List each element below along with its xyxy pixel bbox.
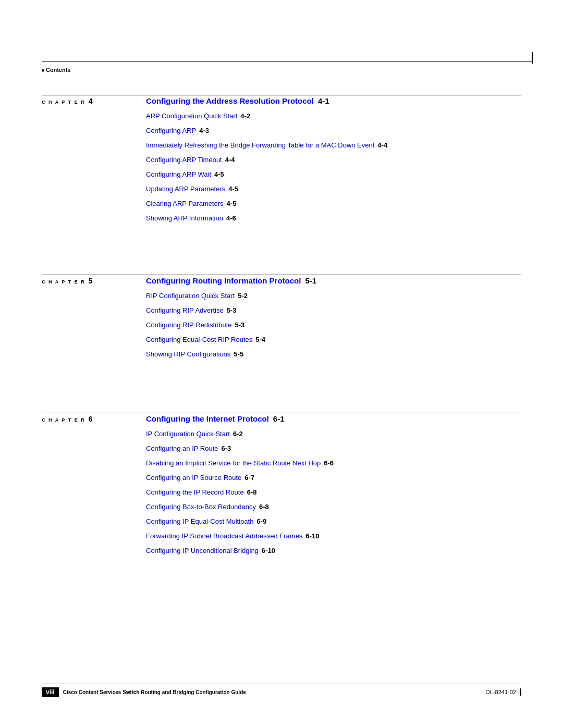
- toc-link-6-1[interactable]: Configuring an IP Route: [146, 445, 218, 452]
- toc-entry-6-0: IP Configuration Quick Start6-2: [42, 430, 521, 438]
- toc-page-4-2: 4-4: [377, 141, 387, 149]
- top-rule: [42, 61, 532, 62]
- toc-entry-6-5: Configuring Box-to-Box Redundancy6-8: [42, 503, 521, 511]
- toc-link-6-7[interactable]: Forwarding IP Subnet Broadcast Addressed…: [146, 532, 302, 540]
- chapter-header-4: C H A P T E R 4Configuring the Address R…: [42, 96, 521, 105]
- chapter-num: 5: [89, 277, 94, 285]
- toc-page-6-4: 6-8: [247, 488, 257, 496]
- chapter-title-page-6: 6-1: [273, 414, 285, 423]
- footer: viii Cisco Content Services Switch Routi…: [42, 684, 521, 697]
- toc-link-4-1[interactable]: Configuring ARP: [146, 127, 196, 134]
- footer-rule: [42, 684, 521, 684]
- footer-right: OL-8241-02: [485, 688, 521, 696]
- toc-link-6-3[interactable]: Configuring an IP Source Route: [146, 474, 241, 482]
- footer-left: viii Cisco Content Services Switch Routi…: [42, 687, 246, 697]
- chapter-title-6[interactable]: Configuring the Internet Protocol: [146, 414, 269, 423]
- toc-entry-4-5: Updating ARP Parameters4-5: [42, 185, 521, 193]
- chapter-title-page-5: 5-1: [305, 276, 316, 285]
- contents-label: Contents: [42, 67, 71, 73]
- toc-link-5-0[interactable]: RIP Configuration Quick Start: [146, 292, 235, 300]
- toc-page-4-4: 4-5: [214, 170, 224, 178]
- toc-link-6-5[interactable]: Configuring Box-to-Box Redundancy: [146, 503, 256, 511]
- toc-link-6-4[interactable]: Configuring the IP Record Route: [146, 488, 244, 496]
- toc-link-4-2[interactable]: Immediately Refreshing the Bridge Forwar…: [146, 141, 374, 149]
- footer-doc-number: OL-8241-02: [485, 689, 516, 695]
- toc-page-4-5: 4-5: [228, 185, 238, 193]
- toc-entry-4-2: Immediately Refreshing the Bridge Forwar…: [42, 141, 521, 149]
- toc-entry-5-4: Showing RIP Configurations5-5: [42, 350, 521, 358]
- chapter-word: C H A P T E R: [42, 417, 85, 423]
- toc-page-6-3: 6-7: [244, 474, 254, 482]
- toc-page-5-3: 5-4: [255, 336, 265, 343]
- chapter-label-6: C H A P T E R 6: [42, 415, 146, 423]
- toc-link-4-0[interactable]: ARP Configuration Quick Start: [146, 112, 237, 120]
- chapter-num: 4: [89, 97, 94, 105]
- top-right-bar: [532, 52, 533, 64]
- toc-page-6-2: 6-6: [324, 459, 334, 467]
- footer-content: viii Cisco Content Services Switch Routi…: [42, 687, 521, 697]
- toc-page-6-1: 6-3: [222, 445, 231, 452]
- toc-entry-6-4: Configuring the IP Record Route6-8: [42, 488, 521, 496]
- chapter-title-4[interactable]: Configuring the Address Resolution Proto…: [146, 96, 314, 105]
- toc-entry-5-2: Configuring RIP Redistribute5-3: [42, 321, 521, 329]
- chapter-rule-6: [42, 413, 521, 413]
- toc-link-4-3[interactable]: Configuring ARP Timeout: [146, 156, 222, 164]
- chapter-rule-5: [42, 275, 521, 275]
- toc-entry-6-8: Configuring IP Unconditional Bridging6-1…: [42, 547, 521, 554]
- toc-entry-4-6: Clearing ARP Parameters4-5: [42, 200, 521, 207]
- toc-link-5-3[interactable]: Configuring Equal-Cost RIP Routes: [146, 336, 252, 343]
- toc-page-4-6: 4-5: [227, 200, 237, 207]
- toc-link-5-4[interactable]: Showing RIP Configurations: [146, 350, 230, 358]
- toc-link-4-6[interactable]: Clearing ARP Parameters: [146, 200, 224, 207]
- chapter-title-5[interactable]: Configuring Routing Information Protocol: [146, 276, 301, 285]
- toc-link-4-7[interactable]: Showing ARP Information: [146, 214, 223, 222]
- toc-link-6-0[interactable]: IP Configuration Quick Start: [146, 430, 230, 438]
- chapter-header-5: C H A P T E R 5Configuring Routing Infor…: [42, 276, 521, 285]
- footer-page-number: viii: [42, 687, 59, 697]
- toc-link-4-4[interactable]: Configuring ARP Wait: [146, 170, 211, 178]
- toc-page-5-2: 5-3: [235, 321, 245, 329]
- toc-page-4-7: 4-6: [226, 214, 236, 222]
- toc-page-4-3: 4-4: [225, 156, 235, 164]
- toc-page-6-5: 6-8: [259, 503, 269, 511]
- toc-page-5-1: 5-3: [227, 306, 237, 314]
- chapter-label-5: C H A P T E R 5: [42, 277, 146, 285]
- chapter-num: 6: [89, 415, 94, 423]
- toc-page-6-6: 6-9: [256, 517, 266, 525]
- chapter-rule-4: [42, 95, 521, 95]
- toc-link-6-8[interactable]: Configuring IP Unconditional Bridging: [146, 547, 259, 554]
- footer-title: Cisco Content Services Switch Routing an…: [63, 689, 246, 695]
- toc-link-5-1[interactable]: Configuring RIP Advertise: [146, 306, 224, 314]
- chapter-word: C H A P T E R: [42, 100, 85, 105]
- toc-page-4-0: 4-2: [240, 112, 250, 120]
- toc-page-5-0: 5-2: [238, 292, 248, 300]
- toc-entry-5-1: Configuring RIP Advertise5-3: [42, 306, 521, 314]
- toc-entry-6-6: Configuring IP Equal-Cost Multipath6-9: [42, 517, 521, 525]
- toc-entry-6-3: Configuring an IP Source Route6-7: [42, 474, 521, 482]
- toc-entry-4-4: Configuring ARP Wait4-5: [42, 170, 521, 178]
- toc-page-6-0: 6-2: [233, 430, 243, 438]
- chapter-header-6: C H A P T E R 6Configuring the Internet …: [42, 414, 521, 423]
- toc-link-6-6[interactable]: Configuring IP Equal-Cost Multipath: [146, 517, 253, 525]
- toc-entry-4-3: Configuring ARP Timeout4-4: [42, 156, 521, 164]
- toc-link-6-2[interactable]: Disabling an Implicit Service for the St…: [146, 459, 321, 467]
- toc-entry-4-7: Showing ARP Information4-6: [42, 214, 521, 222]
- toc-entry-4-1: Configuring ARP4-3: [42, 127, 521, 134]
- toc-entry-4-0: ARP Configuration Quick Start4-2: [42, 112, 521, 120]
- toc-link-5-2[interactable]: Configuring RIP Redistribute: [146, 321, 232, 329]
- toc-entry-6-2: Disabling an Implicit Service for the St…: [42, 459, 521, 467]
- toc-link-4-5[interactable]: Updating ARP Parameters: [146, 185, 225, 193]
- toc-entry-5-0: RIP Configuration Quick Start5-2: [42, 292, 521, 300]
- toc-page-4-1: 4-3: [199, 127, 209, 134]
- toc-page-6-7: 6-10: [305, 532, 319, 540]
- chapter-title-page-4: 4-1: [318, 96, 329, 105]
- chapter-word: C H A P T E R: [42, 279, 85, 285]
- toc-page-6-8: 6-10: [262, 547, 275, 554]
- toc-entry-6-1: Configuring an IP Route6-3: [42, 445, 521, 452]
- toc-entry-5-3: Configuring Equal-Cost RIP Routes5-4: [42, 336, 521, 343]
- page: Contents C H A P T E R 4Configuring the …: [0, 0, 563, 728]
- chapter-label-4: C H A P T E R 4: [42, 97, 146, 105]
- toc-entry-6-7: Forwarding IP Subnet Broadcast Addressed…: [42, 532, 521, 540]
- footer-right-bar: [520, 688, 521, 696]
- toc-page-5-4: 5-5: [234, 350, 243, 358]
